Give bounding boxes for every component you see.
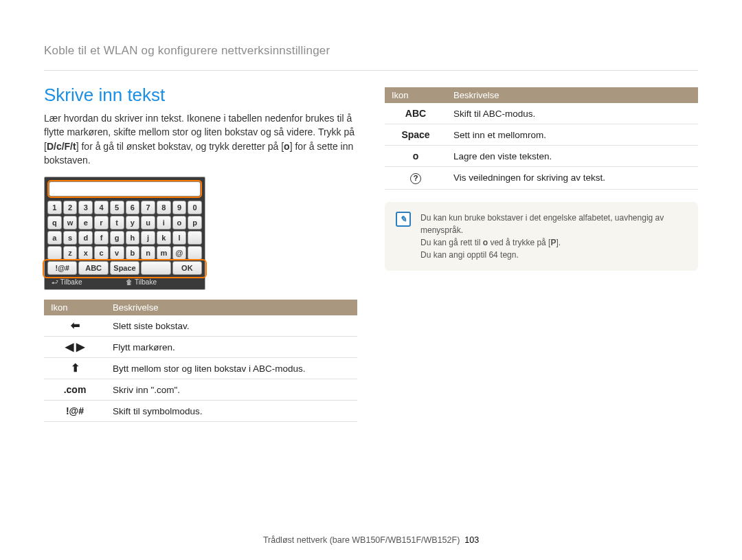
keyboard-illustration: 1234567890 qwertyuiop asdfghjkl zxcvbnm@… xyxy=(44,177,205,290)
keyboard-key: @ xyxy=(172,246,187,260)
keyboard-key: i xyxy=(157,216,171,229)
keyboard-row-3: asdfghjkl xyxy=(45,231,205,246)
note-line-1: Du kan kun bruke bokstaver i det engelsk… xyxy=(420,212,687,236)
keyboard-key: ABC xyxy=(78,261,108,275)
keyboard-key: c xyxy=(94,246,109,260)
keyboard-key: o xyxy=(172,216,187,229)
keyboard-key: s xyxy=(63,231,78,245)
table-row: SpaceSett inn et mellomrom. xyxy=(385,124,698,146)
keyboard-bottom-bar: ⮐ Tilbake 🗑 Tilbake xyxy=(45,276,205,288)
keyboard-key: t xyxy=(110,216,124,229)
keyboard-row-1: 1234567890 xyxy=(45,201,205,216)
table-header-icon: Ikon xyxy=(44,300,106,315)
keyboard-key: x xyxy=(78,246,93,260)
keyboard-key: 5 xyxy=(110,201,124,214)
keyboard-row-5: !@#ABCSpaceOK xyxy=(45,261,205,276)
keyboard-input-field xyxy=(49,181,201,197)
keyboard-key: 4 xyxy=(94,201,109,214)
note-icon: ✎ xyxy=(396,212,411,227)
keyboard-key: y xyxy=(126,216,140,229)
table-header-desc: Beskrivelse xyxy=(106,300,357,315)
desc-cell: Skift til ABC-modus. xyxy=(447,103,698,124)
icon-cell: ? xyxy=(385,167,447,190)
divider xyxy=(44,70,698,71)
icon-cell: ABC xyxy=(385,103,447,124)
keyboard-key: d xyxy=(78,231,93,245)
keyboard-key: 1 xyxy=(47,201,62,214)
desc-cell: Slett siste bokstav. xyxy=(106,315,357,337)
keyboard-row-2: qwertyuiop xyxy=(45,216,205,231)
keyboard-key: n xyxy=(141,246,155,260)
note-line-3: Du kan angi opptil 64 tegn. xyxy=(420,249,687,261)
keyboard-key: j xyxy=(141,231,155,245)
keyboard-key: u xyxy=(141,216,155,229)
table-row: oLagre den viste teksten. xyxy=(385,146,698,167)
keyboard-key: 2 xyxy=(63,201,78,214)
desc-cell: Flytt markøren. xyxy=(106,337,357,358)
keyboard-key: h xyxy=(126,231,140,245)
section-title: Skrive inn tekst xyxy=(44,85,357,106)
keyboard-key: e xyxy=(78,216,93,229)
keyboard-key: Space xyxy=(110,261,139,275)
desc-cell: Skift til symbolmodus. xyxy=(106,401,357,422)
icon-cell: .com xyxy=(44,379,106,401)
desc-cell: Skriv inn ".com". xyxy=(106,379,357,401)
desc-cell: Sett inn et mellomrom. xyxy=(447,124,698,146)
keyboard-key: f xyxy=(94,231,109,245)
keyboard-row-4: zxcvbnm@ xyxy=(45,246,205,261)
left-icon-table: Ikon Beskrivelse ⬅Slett siste bokstav.◀ … xyxy=(44,300,357,422)
keyboard-key: b xyxy=(126,246,140,260)
keyboard-key: a xyxy=(47,231,62,245)
table-row: .comSkriv inn ".com". xyxy=(44,379,357,401)
keyboard-key: 8 xyxy=(157,201,171,214)
keyboard-key: 0 xyxy=(188,201,202,214)
keyboard-key: v xyxy=(110,246,124,260)
desc-cell: Vis veiledningen for skriving av tekst. xyxy=(447,167,698,190)
icon-cell: o xyxy=(385,146,447,167)
keyboard-key xyxy=(47,246,62,260)
keyboard-key: OK xyxy=(172,261,202,275)
note-line-2: Du kan gå rett til o ved å trykke på [P]… xyxy=(420,236,687,249)
keyboard-key: 6 xyxy=(126,201,140,214)
right-icon-table: Ikon Beskrivelse ABCSkift til ABC-modus.… xyxy=(385,87,698,190)
note-box: ✎ Du kan kun bruke bokstaver i det engel… xyxy=(385,202,698,271)
table-row: ◀ ▶Flytt markøren. xyxy=(44,337,357,358)
table-header-desc: Beskrivelse xyxy=(447,87,698,103)
table-row: ⬅Slett siste bokstav. xyxy=(44,315,357,337)
keyboard-key xyxy=(141,261,170,275)
breadcrumb: Koble til et WLAN og konfigurere nettver… xyxy=(44,44,698,58)
desc-cell: Lagre den viste teksten. xyxy=(447,146,698,167)
keyboard-key xyxy=(188,231,202,245)
table-row: ABCSkift til ABC-modus. xyxy=(385,103,698,124)
keyboard-key xyxy=(188,246,202,260)
keyboard-key: 9 xyxy=(172,201,187,214)
keyboard-key: z xyxy=(63,246,78,260)
icon-cell: ◀ ▶ xyxy=(44,337,106,358)
icon-cell: ⬆ xyxy=(44,358,106,379)
page-footer: Trådløst nettverk (bare WB150F/WB151F/WB… xyxy=(0,535,742,545)
keyboard-key: m xyxy=(157,246,171,260)
keyboard-key: 7 xyxy=(141,201,155,214)
table-row: !@#Skift til symbolmodus. xyxy=(44,401,357,422)
table-header-icon: Ikon xyxy=(385,87,447,103)
keyboard-key: 3 xyxy=(78,201,93,214)
keyboard-key: l xyxy=(172,231,187,245)
keyboard-key: r xyxy=(94,216,109,229)
desc-cell: Bytt mellom stor og liten bokstav i ABC-… xyxy=(106,358,357,379)
intro-paragraph: Lær hvordan du skriver inn tekst. Ikonen… xyxy=(44,111,357,167)
icon-cell: Space xyxy=(385,124,447,146)
table-row: ⬆Bytt mellom stor og liten bokstav i ABC… xyxy=(44,358,357,379)
icon-cell: !@# xyxy=(44,401,106,422)
keyboard-key: q xyxy=(47,216,62,229)
keyboard-key: k xyxy=(157,231,171,245)
keyboard-key: !@# xyxy=(47,261,77,275)
keyboard-key: g xyxy=(110,231,124,245)
icon-cell: ⬅ xyxy=(44,315,106,337)
keyboard-key: w xyxy=(63,216,78,229)
table-row: ?Vis veiledningen for skriving av tekst. xyxy=(385,167,698,190)
keyboard-key: p xyxy=(188,216,202,229)
